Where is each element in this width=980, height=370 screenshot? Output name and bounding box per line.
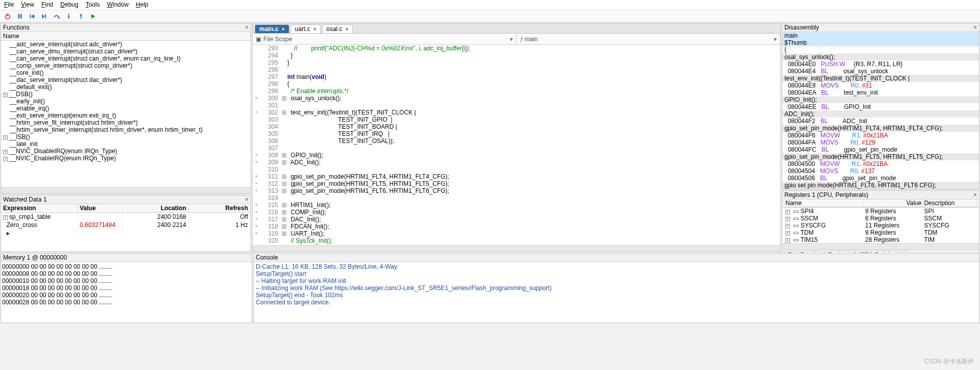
code-line[interactable]: •309⊞ ADC_Init(); [253, 159, 780, 166]
function-item[interactable]: __comp_serve_interrupt(struct comp_drive… [1, 62, 251, 69]
power-icon[interactable] [4, 13, 11, 20]
code-line[interactable]: •317⊞ DAC_Init(); [253, 216, 780, 223]
expand-icon[interactable]: + [3, 135, 8, 140]
functions-list[interactable]: __adc_serve_interrupt(struct adc_driver*… [1, 41, 251, 187]
disasm-line[interactable]: 080044FA MOVS R0, #129 [782, 139, 979, 146]
disasm-line[interactable]: 08004500 MOVW R1, #0x21BA [782, 160, 979, 167]
scrollbar-h[interactable] [1, 187, 251, 193]
close-icon[interactable]: × [973, 24, 977, 31]
function-item[interactable]: __adc_serve_interrupt(struct adc_driver*… [1, 41, 251, 48]
function-item[interactable]: __late_init [1, 140, 251, 148]
scrollbar-h[interactable] [253, 245, 780, 251]
step-over-icon[interactable] [53, 13, 60, 20]
code-line[interactable]: •312⊞ gpio_set_pin_mode(HRTIM1_FLT5, HRT… [253, 180, 780, 187]
pause-icon[interactable] [16, 13, 23, 20]
code-line[interactable]: •318⊞ FDCAN_Init(); [253, 223, 780, 230]
function-item[interactable]: +__ISB() [1, 133, 251, 140]
expand-icon[interactable]: + [3, 150, 8, 154]
step-out-icon[interactable] [77, 13, 85, 20]
watched-row[interactable]: Zero_cross0.6032714842400 22141 Hz [1, 221, 251, 229]
col-refresh[interactable]: Refresh [188, 204, 251, 213]
close-icon[interactable]: × [313, 26, 316, 32]
function-item[interactable]: +__NVIC_EnableIRQ(enum IRQn_Type) [1, 155, 251, 162]
menu-tools[interactable]: Tools [86, 1, 100, 9]
register-row[interactable]: + ▭ SSCM6 RegistersSSCM [782, 215, 979, 222]
code-line[interactable]: •302⊞ test_env_init((TestInit_t)(TEST_IN… [253, 109, 780, 116]
col-expression[interactable]: Expression [1, 204, 77, 213]
code-line[interactable]: •319⊞ UART_Init(); [253, 230, 780, 237]
col-name[interactable]: Name [784, 200, 864, 207]
code-line[interactable]: 293 // printf("ADC(INJ)-CH%d = 0x%02X\n\… [253, 45, 780, 52]
run-to-icon[interactable] [41, 13, 48, 20]
register-row[interactable]: + ▭ TDM9 RegistersTDM [782, 229, 979, 236]
tab-uart-c[interactable]: uart.c× [290, 24, 321, 33]
close-icon[interactable]: × [345, 26, 348, 32]
tab-osal-c[interactable]: osal.c× [322, 24, 353, 33]
close-icon[interactable]: × [245, 24, 249, 31]
console-output[interactable]: D-Cache L1: 16 KB, 128 Sets, 32 Bytes/Li… [254, 262, 979, 323]
function-item[interactable]: __dac_serve_interrupt(struct dac_driver*… [1, 76, 251, 83]
file-scope-select[interactable]: ▣File Scope▾ [253, 34, 516, 44]
watched-row[interactable]: +sp_cmp1_table2400 0168Off [1, 213, 251, 221]
close-icon[interactable]: × [973, 191, 977, 198]
col-value[interactable]: Value [77, 204, 122, 213]
code-line[interactable]: 299 /* Enable interrupts.*/ [253, 88, 780, 95]
code-line[interactable]: 307 [253, 145, 780, 152]
code-line[interactable]: 306 TEST_INIT_OSAL)); [253, 137, 780, 145]
close-icon[interactable]: × [282, 26, 285, 32]
memory-row[interactable]: 00000020 00 00 00 00 00 00 00 00 .......… [2, 292, 251, 299]
functions-header[interactable]: Name [1, 32, 251, 41]
function-item[interactable]: __early_init() [1, 98, 251, 105]
disasm-line[interactable]: 08004506 BL gpio_set_pin_mode [782, 175, 979, 182]
col-value[interactable]: Value [864, 200, 923, 207]
function-item[interactable]: +__NVIC_DisableIRQ(enum IRQn_Type) [1, 148, 251, 155]
col-desc[interactable]: Description [923, 200, 977, 207]
disasm-line[interactable]: 08004504 MOVS R0, #137 [782, 167, 979, 175]
run-icon[interactable] [90, 13, 97, 20]
code-line[interactable]: 303 TEST_INIT_GPIO | [253, 116, 780, 123]
code-line[interactable]: 298{ [253, 80, 780, 88]
function-item[interactable]: +__DSB() [1, 91, 251, 98]
step-into-icon[interactable] [65, 13, 72, 20]
memory-row[interactable]: 00000018 00 00 00 00 00 00 00 00 .......… [2, 284, 251, 292]
editor-tabs[interactable]: main.c×uart.c×osal.c× [253, 23, 780, 34]
menu-window[interactable]: Window [107, 1, 129, 9]
function-item[interactable]: __default_exit() [1, 83, 251, 91]
code-line[interactable]: •300⊞ osal_sys_unlock(); [253, 95, 780, 102]
function-item[interactable]: __can_serve_interrupt(struct can_driver*… [1, 55, 251, 62]
code-line[interactable]: 314 [253, 194, 780, 202]
function-scope-select[interactable]: ƒ main▾ [516, 34, 780, 44]
register-row[interactable]: + ▭ SPI49 RegistersSPI [782, 208, 979, 215]
registers-list[interactable]: + ▭ SPI49 RegistersSPI+ ▭ SSCM6 Register… [782, 208, 979, 243]
function-item[interactable]: __can_serve_dmu_interrupt(struct can_dri… [1, 48, 251, 55]
function-item[interactable]: __hrtim_serve_flt_interrupt(struct hrtim… [1, 119, 251, 126]
menu-view[interactable]: View [21, 1, 34, 9]
code-line[interactable]: 310 [253, 166, 780, 173]
function-item[interactable]: __enable_irq() [1, 105, 251, 112]
code-editor[interactable]: 293 // printf("ADC(INJ)-CH%d = 0x%02X\n\… [253, 45, 780, 245]
disasm-line[interactable]: 080044FC BL gpio_set_pin_mode [782, 146, 979, 153]
watched-row[interactable]: ▸ [1, 229, 251, 237]
disasm-line[interactable]: 080044E8 MOVS R0, #31 [782, 82, 979, 89]
disasm-line[interactable]: 080044E4 BL osal_sys_unlock [782, 68, 979, 75]
disasm-line[interactable]: 080044EE BL GPIO_Init [782, 103, 979, 110]
col-location[interactable]: Location [122, 204, 188, 213]
code-line[interactable]: •313⊞ gpio_set_pin_mode(HRTIM1_FLT6, HRT… [253, 187, 780, 194]
disasm-line[interactable]: 080044F2 BL ADC_Init [782, 118, 979, 125]
close-icon[interactable]: × [245, 196, 249, 203]
code-line[interactable]: 305 TEST_INIT_IRQ | [253, 130, 780, 137]
memory-row[interactable]: 00000028 00 00 00 00 00 00 00 00 .......… [2, 299, 251, 306]
tab-main-c[interactable]: main.c× [255, 24, 289, 33]
code-line[interactable]: •316⊞ COMP_Init(); [253, 209, 780, 216]
menu-find[interactable]: Find [41, 1, 53, 9]
code-line[interactable]: •315⊞ HRTIM1_Init(); [253, 202, 780, 209]
menu-file[interactable]: File [4, 1, 14, 9]
function-item[interactable]: __exti_serve_interrupt(enum exti_irq_t) [1, 112, 251, 119]
code-line[interactable]: 320 // SysTck_Init(); [253, 237, 780, 244]
expand-icon[interactable]: + [3, 157, 8, 161]
scrollbar-h[interactable] [782, 243, 979, 249]
memory-row[interactable]: 00000008 00 00 00 00 00 00 00 00 .......… [2, 270, 251, 277]
register-row[interactable]: + ▭ TIM1528 RegistersTIM [782, 236, 979, 243]
code-line[interactable]: 294 } [253, 52, 780, 59]
disasm-line[interactable]: 080044E0 PUSH.W {R3, R7, R11, LR} [782, 61, 979, 68]
